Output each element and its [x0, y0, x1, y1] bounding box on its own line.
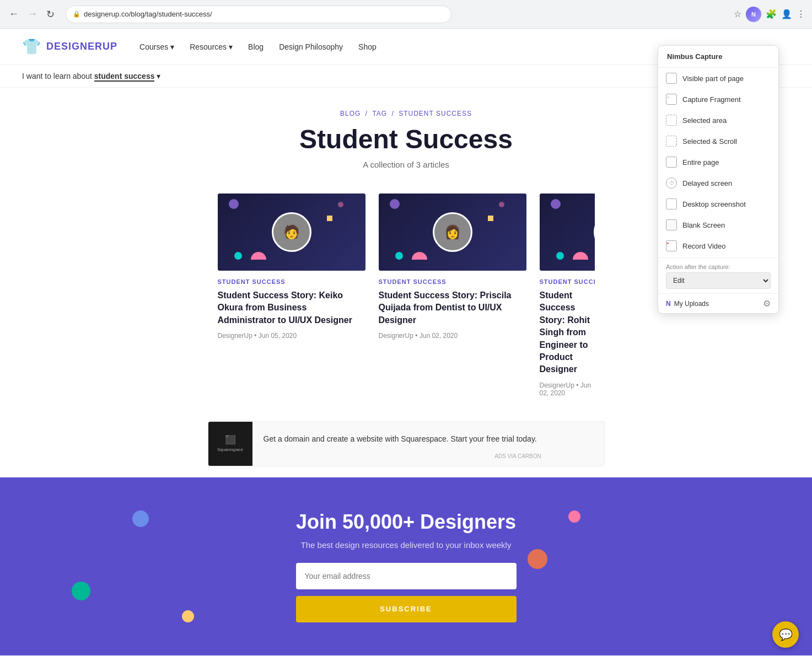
card-image: 🧑 [218, 194, 365, 271]
ad-label: ADS VIA CARBON [252, 453, 548, 459]
action-label: Action after the capture: [666, 264, 771, 270]
nimbus-item-label: Selected & Scroll [682, 137, 737, 146]
subscribe-button[interactable]: SUBSCRIBE [296, 596, 517, 622]
delayed-screen-icon: ⏱ [666, 178, 677, 189]
card-image: 👩 [379, 194, 526, 271]
action-select[interactable]: Edit Save Copy [666, 272, 771, 289]
chevron-down-icon[interactable]: ▾ [157, 72, 160, 80]
nimbus-item-fragment[interactable]: + Capture Fragment [658, 89, 778, 110]
chat-button[interactable]: 💬 [772, 621, 799, 648]
email-input[interactable] [296, 563, 517, 589]
breadcrumb-blog[interactable]: BLOG [340, 110, 361, 117]
card-tag: STUDENT SUCCESS [218, 278, 365, 285]
card-avatar: 🧑 [272, 212, 311, 252]
back-button[interactable]: ← [7, 6, 21, 22]
nimbus-logo-letter: N [666, 300, 671, 308]
footer-cta: Join 50,000+ Designers The best design r… [0, 477, 812, 655]
nimbus-item-label: Visible part of page [682, 74, 744, 83]
page-content: Nimbus Capture Visible part of page + Ca… [0, 29, 812, 655]
footer-subtitle: The best design resources delivered to y… [11, 540, 801, 550]
footer-title: Join 50,000+ Designers [11, 510, 801, 534]
record-video-icon: ● [666, 240, 677, 251]
forward-button[interactable]: → [25, 6, 40, 22]
logo-icon: 👕 [22, 37, 42, 56]
uploads-label: My Uploads [674, 300, 709, 308]
logo-text: DESIGNERUP [46, 41, 117, 52]
menu-button[interactable]: ⋮ [797, 9, 805, 19]
ad-text: Get a domain and create a website with S… [252, 428, 548, 450]
nimbus-item-label: Blank Screen [682, 221, 725, 229]
article-card[interactable]: 🧑 STUDENT SUCCESS Student Success Story:… [540, 194, 595, 397]
footer-dot-blue [132, 510, 149, 527]
url-text: designerup.co/blog/tag/student-success/ [84, 10, 212, 18]
browser-icons: ☆ N 🧩 👤 ⋮ [734, 7, 805, 22]
card-date: Jun 02, 2020 [420, 332, 458, 340]
breadcrumb-student-success[interactable]: STUDENT SUCCESS [399, 110, 472, 117]
nimbus-header: Nimbus Capture [658, 46, 778, 68]
interest-prefix: I want to learn about [22, 72, 92, 80]
nimbus-footer: N My Uploads ⚙ [658, 293, 778, 313]
selected-area-icon [666, 115, 677, 126]
ad-logo: ⬛ Squarespace [208, 422, 252, 466]
fragment-icon: + [666, 94, 677, 105]
ad-text-content: Get a domain and create a website with S… [252, 428, 548, 459]
blank-screen-icon [666, 219, 677, 230]
extensions-button[interactable]: 🧩 [766, 9, 777, 19]
nimbus-popup: Nimbus Capture Visible part of page + Ca… [658, 45, 779, 314]
article-card[interactable]: 🧑 STUDENT SUCCESS Student Success Story:… [218, 194, 365, 397]
card-meta: DesignerUp • Jun 02, 2020 [540, 381, 595, 397]
footer-dot-yellow [182, 610, 194, 622]
card-author: DesignerUp [218, 332, 252, 340]
chevron-down-icon: ▾ [229, 42, 233, 51]
nimbus-item-entire[interactable]: Entire page [658, 152, 778, 173]
nav-design-philosophy[interactable]: Design Philosophy [279, 42, 343, 51]
nav-links: Courses ▾ Resources ▾ Blog Design Philos… [139, 42, 377, 51]
ad-banner[interactable]: ⬛ Squarespace Get a domain and create a … [208, 421, 605, 466]
card-title: Student Success Story: Rohit Singh from … [540, 289, 595, 376]
nimbus-item-desktop[interactable]: Desktop screenshot [658, 194, 778, 214]
uploads-section[interactable]: N My Uploads [666, 300, 709, 308]
visible-page-icon [666, 73, 677, 84]
nimbus-item-label: Record Video [682, 242, 726, 250]
footer-dot-orange [528, 549, 547, 569]
site-logo[interactable]: 👕 DESIGNERUP [22, 37, 117, 56]
card-title: Student Success Story: Keiko Okura from … [218, 289, 365, 326]
footer-dot-pink [568, 510, 580, 523]
nimbus-item-blank[interactable]: Blank Screen [658, 214, 778, 235]
profile-button[interactable]: 👤 [781, 9, 792, 19]
nimbus-item-label: Selected area [682, 116, 727, 125]
settings-icon[interactable]: ⚙ [763, 298, 771, 309]
card-date: Jun 05, 2020 [259, 332, 297, 340]
article-card[interactable]: 👩 STUDENT SUCCESS Student Success Story:… [379, 194, 526, 397]
card-tag: STUDENT SUCCESS [379, 278, 526, 285]
card-title: Student Success Story: Priscila Quijada … [379, 289, 526, 326]
address-bar[interactable]: 🔒 designerup.co/blog/tag/student-success… [66, 6, 451, 23]
divider [658, 257, 778, 258]
desktop-screenshot-icon [666, 198, 677, 209]
card-author: DesignerUp [540, 381, 574, 389]
card-meta: DesignerUp • Jun 02, 2020 [379, 332, 526, 340]
nimbus-item-visible[interactable]: Visible part of page [658, 68, 778, 89]
card-meta: DesignerUp • Jun 05, 2020 [218, 332, 365, 340]
card-tag: STUDENT SUCCESS [540, 278, 595, 285]
nav-courses[interactable]: Courses ▾ [139, 42, 174, 51]
star-button[interactable]: ☆ [734, 9, 741, 19]
browser-chrome: ← → ↻ 🔒 designerup.co/blog/tag/student-s… [0, 0, 812, 29]
nimbus-item-selected[interactable]: Selected area [658, 110, 778, 131]
interest-value[interactable]: student success [94, 72, 155, 82]
action-section: Action after the capture: Edit Save Copy [658, 259, 778, 293]
ad-logo-text: Squarespace [217, 447, 243, 452]
reload-button[interactable]: ↻ [44, 6, 57, 23]
breadcrumb-tag[interactable]: TAG [372, 110, 387, 117]
nimbus-item-label: Entire page [682, 158, 719, 166]
nav-blog[interactable]: Blog [248, 42, 264, 51]
card-author: DesignerUp [379, 332, 413, 340]
nimbus-item-delayed[interactable]: ⏱ Delayed screen [658, 173, 778, 194]
nav-shop[interactable]: Shop [358, 42, 377, 51]
footer-dot-teal [72, 582, 90, 600]
user-avatar: N [746, 7, 761, 22]
nav-resources[interactable]: Resources ▾ [190, 42, 233, 51]
chevron-down-icon: ▾ [170, 42, 174, 51]
nimbus-item-video[interactable]: ● Record Video [658, 235, 778, 256]
nimbus-item-selected-scroll[interactable]: ↓ Selected & Scroll [658, 131, 778, 152]
